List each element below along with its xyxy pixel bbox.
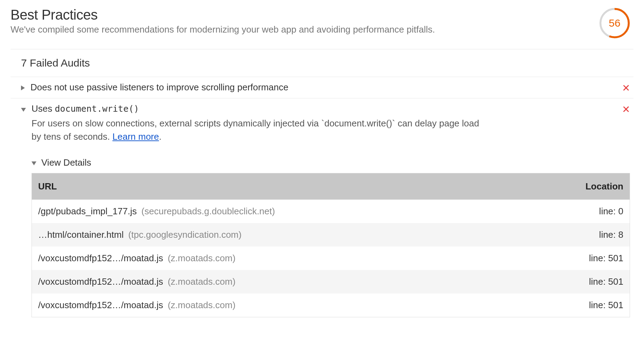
audit-desc-post: . — [159, 131, 161, 142]
cell-location: line: 0 — [560, 200, 630, 223]
table-row: /voxcustomdfp152…/moatad.js (z.moatads.c… — [32, 293, 630, 317]
url-host: (z.moatads.com) — [165, 253, 236, 263]
table-header-row: URL Location — [32, 173, 630, 200]
header-text: Best Practices We've compiled some recom… — [10, 7, 435, 35]
cell-url: …html/container.html (tpc.googlesyndicat… — [32, 223, 560, 247]
header: Best Practices We've compiled some recom… — [10, 7, 634, 49]
cell-location: line: 501 — [560, 247, 630, 270]
url-path: /voxcustomdfp152…/moatad.js — [38, 300, 163, 310]
audit-title: Uses document.write() — [31, 103, 139, 114]
cell-location: line: 8 — [560, 223, 630, 247]
score-gauge: 56 — [598, 7, 631, 39]
cell-url: /gpt/pubads_impl_177.js (securepubads.g.… — [32, 200, 560, 223]
audit-title: Does not use passive listeners to improv… — [30, 82, 288, 92]
failed-audits-title: 7 Failed Audits — [10, 49, 634, 77]
col-url: URL — [32, 173, 560, 200]
learn-more-link[interactable]: Learn more — [112, 131, 159, 142]
audit-desc-text: For users on slow connections, external … — [31, 118, 479, 142]
audit-row-passive-listeners[interactable]: Does not use passive listeners to improv… — [10, 77, 634, 98]
table-row: …html/container.html (tpc.googlesyndicat… — [32, 223, 630, 247]
table-row: /gpt/pubads_impl_177.js (securepubads.g.… — [32, 200, 630, 223]
cell-location: line: 501 — [560, 293, 630, 317]
url-path: /voxcustomdfp152…/moatad.js — [38, 253, 163, 263]
url-host: (tpc.googlesyndication.com) — [126, 229, 241, 240]
cell-url: /voxcustomdfp152…/moatad.js (z.moatads.c… — [32, 270, 560, 293]
details-table: URL Location /gpt/pubads_impl_177.js (se… — [31, 173, 630, 317]
cell-location: line: 501 — [560, 270, 630, 293]
audit-description: For users on slow connections, external … — [31, 117, 486, 143]
table-row: /voxcustomdfp152…/moatad.js (z.moatads.c… — [32, 270, 630, 293]
url-host: (z.moatads.com) — [165, 300, 236, 310]
fail-icon: ✕ — [622, 103, 630, 115]
audit-title-prefix: Uses — [31, 103, 55, 114]
chevron-down-icon — [31, 161, 36, 165]
col-location: Location — [560, 173, 630, 200]
score-value: 56 — [598, 7, 631, 39]
url-host: (securepubads.g.doubleclick.net) — [139, 206, 275, 216]
fail-icon: ✕ — [622, 82, 630, 93]
page-subtitle: We've compiled some recommendations for … — [10, 24, 435, 35]
url-path: /gpt/pubads_impl_177.js — [38, 206, 137, 216]
audit-title-code: document.write() — [55, 104, 139, 114]
url-host: (z.moatads.com) — [165, 276, 236, 287]
url-path: …html/container.html — [38, 229, 124, 240]
view-details-toggle[interactable]: View Details — [31, 157, 634, 168]
cell-url: /voxcustomdfp152…/moatad.js (z.moatads.c… — [32, 293, 560, 317]
chevron-down-icon — [21, 108, 26, 112]
url-path: /voxcustomdfp152…/moatad.js — [38, 276, 163, 287]
page-title: Best Practices — [10, 7, 435, 23]
table-row: /voxcustomdfp152…/moatad.js (z.moatads.c… — [32, 247, 630, 270]
audit-row-document-write[interactable]: Uses document.write() For users on slow … — [10, 98, 634, 148]
view-details-label: View Details — [41, 157, 91, 168]
chevron-right-icon — [21, 85, 25, 90]
cell-url: /voxcustomdfp152…/moatad.js (z.moatads.c… — [32, 247, 560, 270]
